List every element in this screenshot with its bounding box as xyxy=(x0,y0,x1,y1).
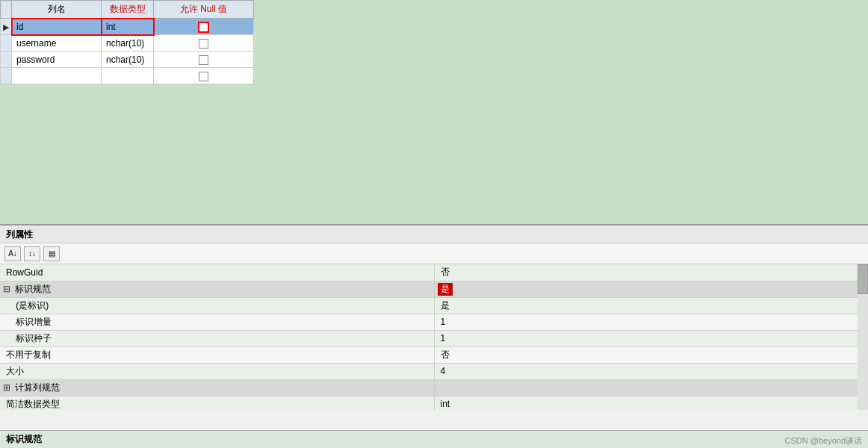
prop-label: ⊞ 计算列规范 xyxy=(0,379,434,396)
sort-az-button[interactable]: A↓ xyxy=(4,246,21,261)
col-name-cell[interactable]: username xyxy=(12,35,102,52)
col-nullable-cell[interactable] xyxy=(154,19,254,35)
prop-value xyxy=(434,379,868,396)
properties-panel: 列属性 A↓ ↕↓ ▤ RowGuid否⊟ 标识规范是 (是标识)是 标识增量1… xyxy=(0,224,868,448)
col-type-cell[interactable]: int xyxy=(102,19,154,35)
col-name-cell[interactable]: id xyxy=(12,19,102,35)
top-area: 列名 数据类型 允许 Null 值 ▶idintusernamenchar(10… xyxy=(0,0,868,224)
col-header-name: 列名 xyxy=(12,1,102,19)
col-nullable-cell[interactable] xyxy=(154,52,254,68)
properties-toolbar: A↓ ↕↓ ▤ xyxy=(0,243,868,264)
prop-label: RowGuid xyxy=(0,264,434,281)
prop-label: (是标识) xyxy=(0,297,434,314)
status-label: 标识规范 xyxy=(6,433,42,446)
sort-custom-button[interactable]: ↕↓ xyxy=(24,246,40,261)
collapse-icon[interactable]: ⊟ xyxy=(3,284,12,294)
nullable-checkbox[interactable] xyxy=(199,22,208,32)
prop-value: 是 xyxy=(434,297,868,314)
highlighted-prop-value: 是 xyxy=(438,283,453,296)
col-nullable-cell[interactable] xyxy=(154,68,254,84)
col-type-cell[interactable] xyxy=(102,68,154,84)
expand-icon[interactable]: ⊞ xyxy=(3,382,12,393)
prop-value: 1 xyxy=(434,314,868,330)
properties-view-icon: ▤ xyxy=(49,249,55,258)
col-name-cell[interactable]: password xyxy=(12,52,102,68)
scrollbar-track[interactable] xyxy=(858,264,868,410)
row-indicator xyxy=(1,35,12,52)
column-definition-table: 列名 数据类型 允许 Null 值 ▶idintusernamenchar(10… xyxy=(0,0,254,84)
col-type-cell[interactable]: nchar(10) xyxy=(102,52,154,68)
properties-title: 列属性 xyxy=(0,225,868,243)
status-bar: 标识规范 xyxy=(0,430,868,448)
prop-label: 标识增量 xyxy=(0,314,434,330)
prop-value: 4 xyxy=(434,363,868,379)
properties-view-button[interactable]: ▤ xyxy=(43,246,60,261)
row-indicator xyxy=(1,52,12,68)
prop-value: 1 xyxy=(434,330,868,346)
scrollbar-thumb[interactable] xyxy=(858,264,868,294)
col-header-nullable: 允许 Null 值 xyxy=(154,1,254,19)
prop-value: 是 xyxy=(434,281,868,297)
nullable-checkbox[interactable] xyxy=(199,39,208,49)
properties-table: RowGuid否⊟ 标识规范是 (是标识)是 标识增量1 标识种子1不用于复制否… xyxy=(0,264,868,410)
nullable-checkbox[interactable] xyxy=(199,55,208,65)
prop-label: 标识种子 xyxy=(0,330,434,346)
prop-value: 否 xyxy=(434,264,868,281)
col-type-cell[interactable]: nchar(10) xyxy=(102,35,154,52)
sort-az-icon: A↓ xyxy=(8,249,17,258)
sort-custom-icon: ↕↓ xyxy=(28,249,36,258)
nullable-checkbox[interactable] xyxy=(199,72,208,81)
prop-label: 不用于复制 xyxy=(0,346,434,363)
properties-scroll-area[interactable]: RowGuid否⊟ 标识规范是 (是标识)是 标识增量1 标识种子1不用于复制否… xyxy=(0,264,868,410)
prop-value: int xyxy=(434,396,868,410)
col-header-type: 数据类型 xyxy=(102,1,154,19)
prop-label: ⊟ 标识规范 xyxy=(0,281,434,297)
prop-label: 简洁数据类型 xyxy=(0,396,434,410)
col-nullable-cell[interactable] xyxy=(154,35,254,52)
col-name-cell[interactable] xyxy=(12,68,102,84)
prop-label: 大小 xyxy=(0,363,434,379)
row-indicator: ▶ xyxy=(1,19,12,35)
watermark: CSDN @beyond谈话 xyxy=(785,435,862,447)
prop-value: 否 xyxy=(434,346,868,363)
row-indicator xyxy=(1,68,12,84)
